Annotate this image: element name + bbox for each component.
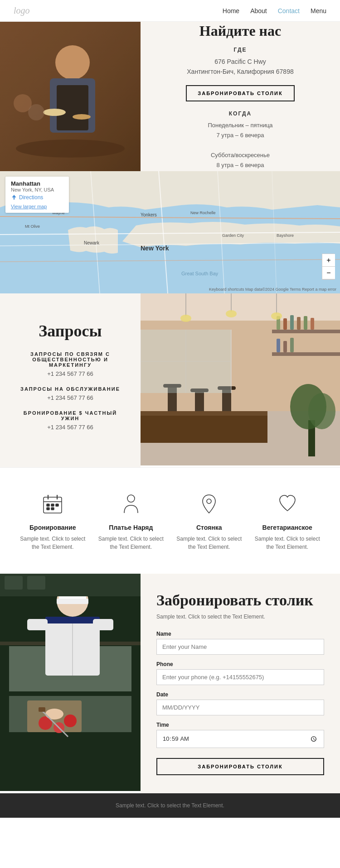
svg-rect-91 (93, 619, 113, 630)
time-label: Time (156, 722, 324, 728)
svg-text:Yonkers: Yonkers (141, 212, 157, 217)
phone-input[interactable] (156, 669, 324, 685)
person-icon (117, 490, 145, 518)
map-zoom-controls: + − (322, 254, 335, 280)
svg-point-92 (45, 709, 63, 719)
nav-logo: logo (14, 5, 30, 16)
feature-booking-desc: Sample text. Click to select the Text El… (16, 535, 89, 551)
svg-rect-97 (27, 576, 45, 590)
booking-image (0, 574, 141, 793)
feature-vegetarian-desc: Sample text. Click to select the Text El… (251, 535, 324, 551)
svg-rect-49 (283, 341, 287, 352)
inquiries-section: Запросы ЗАПРОСЫ ПО СВЯЗЯМ С ОБЩЕСТВЕННОС… (0, 293, 340, 467)
svg-text:Great South Bay: Great South Bay (181, 271, 219, 276)
inquiry-3-label: БРОНИРОВАНИЕ $ ЧАСТНЫЙ УЖИН (18, 410, 122, 421)
inquiry-3: БРОНИРОВАНИЕ $ ЧАСТНЫЙ УЖИН +1 234 567 7… (18, 410, 122, 440)
svg-rect-86 (57, 599, 88, 604)
feature-parking: Стоянка Sample text. Click to select the… (173, 490, 245, 551)
inquiries-info: Запросы ЗАПРОСЫ ПО СВЯЗЯМ С ОБЩЕСТВЕННОС… (0, 293, 141, 467)
heart-icon (274, 490, 301, 518)
feature-parking-desc: Sample text. Click to select the Text El… (173, 535, 245, 551)
svg-rect-39 (141, 416, 267, 443)
inquiries-title: Запросы (39, 321, 102, 340)
footer-text: Sample text. Click to select the Text El… (14, 802, 326, 809)
feature-vegetarian: Вегетарианское Sample text. Click to sel… (251, 490, 324, 551)
svg-rect-89 (45, 617, 100, 623)
inquiry-2-phone: +1 234 567 77 66 (20, 394, 120, 401)
feature-booking-title: Бронирование (29, 524, 76, 531)
map-credits: Keyboard shortcuts Map data©2024 Google … (209, 287, 336, 292)
svg-text:Garden City: Garden City (222, 233, 244, 238)
feature-vegetarian-title: Вегетарианское (262, 524, 312, 531)
calendar-icon (39, 490, 66, 518)
reserve-button-top[interactable]: ЗАБРОНИРОВАТЬ СТОЛИК (186, 85, 294, 101)
svg-rect-70 (51, 504, 54, 506)
inquiry-3-phone: +1 234 567 77 66 (18, 424, 122, 431)
name-field-group: Name (156, 631, 324, 655)
inquiry-2-label: ЗАПРОСЫ НА ОБСЛУЖИВАНИЕ (20, 386, 120, 392)
inquiry-1-label: ЗАПРОСЫ ПО СВЯЗЯМ С ОБЩЕСТВЕННОСТЬЮ И МА… (18, 351, 122, 368)
svg-rect-10 (0, 22, 141, 171)
nav-contact[interactable]: Contact (278, 7, 300, 14)
svg-text:Bayshore: Bayshore (277, 233, 294, 238)
map-place-name: Manhattan (11, 180, 63, 187)
phone-field-group: Phone (156, 661, 324, 685)
zoom-out-btn[interactable]: − (322, 267, 335, 279)
svg-rect-69 (47, 504, 49, 506)
reserve-button-form[interactable]: ЗАБРОНИРОВАТЬ СТОЛИК (156, 758, 324, 775)
nav-links: Home About Contact Menu (223, 7, 326, 14)
svg-rect-41 (272, 352, 340, 356)
svg-text:Newark: Newark (84, 240, 100, 245)
find-us-section: Найдите нас ГДЕ 676 Pacific C Hwy Хантин… (0, 22, 340, 171)
features-section: Бронирование Sample text. Click to selec… (0, 467, 340, 574)
booking-subtitle: Sample text. Click to select the Text El… (156, 614, 324, 620)
zoom-in-btn[interactable]: + (322, 254, 335, 267)
svg-rect-44 (290, 315, 294, 330)
phone-label: Phone (156, 661, 324, 667)
inquiry-1-phone: +1 234 567 77 66 (18, 370, 122, 377)
date-label: Date (156, 691, 324, 698)
svg-point-59 (308, 393, 335, 429)
svg-point-75 (207, 499, 211, 504)
booking-form-container: Забронировать столик Sample text. Click … (141, 574, 340, 793)
svg-rect-46 (304, 316, 307, 330)
svg-rect-72 (47, 508, 49, 510)
name-label: Name (156, 631, 324, 637)
svg-point-74 (127, 495, 135, 502)
time-field-group: Time (156, 722, 324, 748)
feature-dresscode: Платье Наряд Sample text. Click to selec… (95, 490, 167, 551)
nav-menu[interactable]: Menu (311, 7, 326, 14)
svg-point-83 (64, 715, 77, 727)
svg-rect-40 (272, 330, 340, 333)
feature-parking-title: Стоянка (196, 524, 222, 531)
svg-point-54 (226, 310, 237, 317)
nav-home[interactable]: Home (223, 7, 239, 14)
view-larger-map[interactable]: View larger map (11, 204, 63, 209)
inquiries-image (141, 293, 340, 467)
inquiry-1: ЗАПРОСЫ ПО СВЯЗЯМ С ОБЩЕСТВЕННОСТЬЮ И МА… (18, 351, 122, 386)
booking-section: Забронировать столик Sample text. Click … (0, 574, 340, 793)
footer: Sample text. Click to select the Text El… (0, 793, 340, 818)
navbar: logo Home About Contact Menu (0, 0, 340, 22)
map-directions-btn[interactable]: Directions (11, 194, 43, 201)
find-us-info: Найдите нас ГДЕ 676 Pacific C Hwy Хантин… (141, 22, 340, 171)
inquiry-2: ЗАПРОСЫ НА ОБСЛУЖИВАНИЕ +1 234 567 77 66 (20, 386, 120, 410)
name-input[interactable] (156, 639, 324, 655)
date-input[interactable] (156, 700, 324, 715)
when-label: КОГДА (229, 110, 252, 117)
booking-title: Забронировать столик (156, 592, 324, 609)
svg-rect-96 (5, 576, 23, 590)
nav-about[interactable]: About (250, 7, 267, 14)
svg-rect-48 (277, 339, 280, 352)
time-input[interactable] (156, 730, 324, 748)
hours: Понедельник – пятница 7 утра – 6 вечера … (208, 120, 272, 170)
map-place-sub: New York, NY, USA (11, 187, 63, 192)
feature-dresscode-title: Платье Наряд (109, 524, 153, 531)
feature-dresscode-desc: Sample text. Click to select the Text El… (95, 535, 167, 551)
svg-rect-30 (141, 293, 340, 321)
svg-rect-94 (39, 707, 45, 712)
address: 676 Pacific C Hwy Хантингтон-Бич, Калифо… (187, 57, 293, 77)
svg-rect-45 (297, 317, 301, 330)
location-icon (195, 490, 223, 518)
svg-rect-47 (311, 318, 314, 330)
